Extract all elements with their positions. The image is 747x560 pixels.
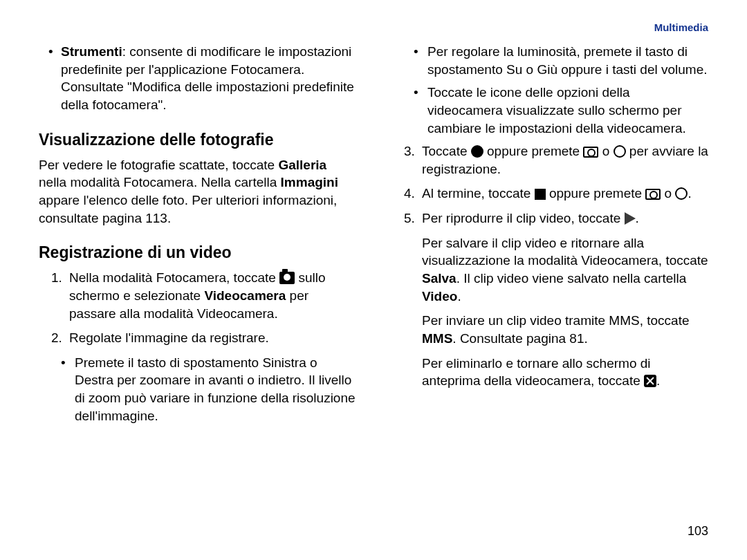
- section-header: Multimedia: [654, 21, 708, 35]
- play-icon: [625, 212, 636, 225]
- heading-registrazione: Registrazione di un video: [39, 242, 356, 263]
- manual-page: Multimedia Strumenti: consente di modifi…: [0, 0, 747, 560]
- bold-video: Video: [422, 289, 457, 304]
- step-number: 2.: [51, 329, 62, 347]
- text: . Consultate pagina 81.: [452, 331, 587, 346]
- text: oppure premete: [546, 186, 646, 200]
- step-number: 1.: [51, 269, 62, 287]
- circle-button-icon: [614, 145, 626, 158]
- text: nella modalità Fotocamera. Nella cartell…: [39, 175, 281, 189]
- record-icon: [471, 145, 483, 158]
- text: Al termine, toccate: [422, 186, 535, 200]
- two-column-layout: Strumenti: consente di modificare le imp…: [39, 43, 708, 430]
- camera-button-icon: [645, 189, 661, 200]
- heading-visualizzazione: Visualizzazione delle fotografie: [39, 129, 356, 151]
- text: .: [636, 211, 639, 225]
- text: Toccate le icone delle opzioni della vid…: [427, 85, 686, 135]
- camera-button-icon: [583, 147, 598, 158]
- step-3: 3. Toccate oppure premete o per avviare …: [391, 142, 708, 178]
- text: Regolate l'immagine da registrare.: [69, 330, 269, 345]
- text: .: [656, 373, 660, 388]
- text: Per vedere le fotografie scattate, tocca…: [39, 158, 278, 172]
- text: .: [457, 289, 461, 304]
- step-2: 2. Regolate l'immagine da registrare.: [39, 329, 356, 347]
- text: Nella modalità Fotocamera, toccate: [69, 270, 279, 285]
- step2-sub3: Toccate le icone delle opzioni della vid…: [391, 84, 708, 137]
- step5-save: Per salvare il clip video e ritornare al…: [391, 234, 708, 306]
- step-number: 3.: [404, 142, 415, 160]
- text: Per riprodurre il clip video, toccate: [422, 211, 625, 225]
- bold-mms: MMS: [422, 331, 452, 346]
- circle-button-icon: [675, 187, 688, 200]
- page-number: 103: [688, 523, 708, 539]
- step2-sub1: Premete il tasto di spostamento Sinistra…: [39, 354, 356, 425]
- text: .: [688, 186, 691, 200]
- text: . Il clip video viene salvato nella cart…: [456, 271, 687, 286]
- step-number: 4.: [404, 185, 415, 203]
- close-icon: [644, 375, 656, 387]
- right-column: Per regolare la luminosità, premete il t…: [391, 43, 708, 430]
- camera-icon: [279, 272, 295, 284]
- step5-mms: Per inviare un clip video tramite MMS, t…: [391, 312, 708, 347]
- step-1: 1. Nella modalità Fotocamera, toccate su…: [39, 269, 356, 322]
- bold-salva: Salva: [422, 271, 456, 286]
- text: Per eliminarlo e tornare allo schermo di…: [422, 356, 651, 389]
- bullet-strumenti: Strumenti: consente di modificare le imp…: [39, 43, 356, 114]
- left-column: Strumenti: consente di modificare le imp…: [39, 43, 356, 430]
- step-number: 5.: [404, 209, 415, 227]
- text: o: [661, 186, 675, 200]
- paragraph-visualizzazione: Per vedere le fotografie scattate, tocca…: [39, 156, 356, 227]
- text: o: [598, 144, 613, 158]
- text: Premete il tasto di spostamento Sinistra…: [75, 355, 356, 423]
- step-4: 4. Al termine, toccate oppure premete o …: [391, 185, 708, 203]
- label-strumenti: Strumenti: [61, 44, 122, 59]
- step2-sub2: Per regolare la luminosità, premete il t…: [391, 43, 708, 78]
- text: appare l'elenco delle foto. Per ulterior…: [39, 193, 337, 225]
- step-5: 5. Per riprodurre il clip video, toccate…: [391, 209, 708, 227]
- text: oppure premete: [483, 144, 584, 158]
- text: Per inviare un clip video tramite MMS, t…: [422, 313, 690, 328]
- text: Per regolare la luminosità, premete il t…: [427, 44, 708, 77]
- stop-icon: [535, 189, 546, 200]
- bold-videocamera: Videocamera: [204, 288, 286, 303]
- step5-delete: Per eliminarlo e tornare allo schermo di…: [391, 355, 708, 390]
- bold-immagini: Immagini: [281, 175, 338, 189]
- bold-galleria: Galleria: [278, 158, 326, 172]
- text: Toccate: [422, 144, 471, 158]
- text: Per salvare il clip video e ritornare al…: [422, 236, 708, 268]
